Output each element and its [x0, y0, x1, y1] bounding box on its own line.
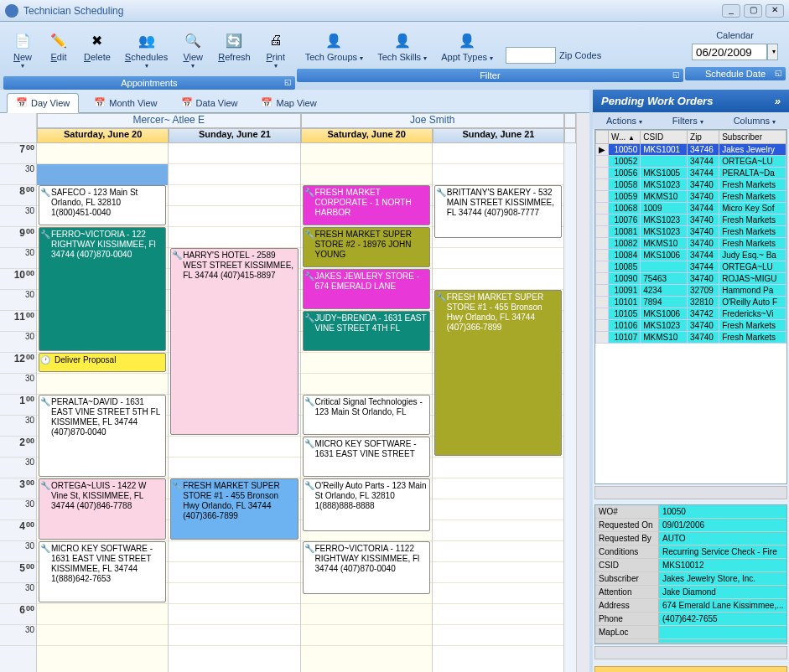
appointment[interactable]: 🔧FRESH MARKET SUPER STORE #2 - 18976 JOH… — [303, 227, 430, 267]
wrench-icon: 🔧 — [172, 481, 182, 491]
technician-header[interactable]: Joe Smith — [301, 113, 565, 128]
wo-row[interactable]: 10107MKMS1034740Fresh Markets — [596, 332, 786, 344]
pending-filters-button[interactable]: Filters — [672, 116, 703, 126]
close-button[interactable]: ✕ — [766, 4, 784, 18]
time-slot: 30 — [0, 206, 36, 227]
print-button[interactable]: 🖨Print▾ — [258, 28, 293, 71]
appointment[interactable]: 🔧MICRO KEY SOFTWARE - 1631 EAST VINE STR… — [303, 437, 430, 477]
wo-row[interactable]: 10101789432810O'Reilly Auto F — [596, 297, 786, 308]
vertical-scrollbar[interactable] — [576, 113, 589, 672]
view-button[interactable]: 🔍View▾ — [175, 28, 210, 71]
wo-detail-row: WO#10050 — [595, 505, 786, 519]
appointment[interactable]: 🔧FRESH MARKET CORPORATE - 1 NORTH HARBOR — [303, 185, 430, 225]
tab-month[interactable]: 📅Month View — [86, 93, 165, 112]
appointment[interactable]: 🔧Critical Signal Technologies - 123 Main… — [303, 395, 430, 435]
wrench-icon: 🔧 — [304, 313, 314, 323]
techskills-button[interactable]: 👤Tech Skills ▾ — [371, 28, 433, 64]
refresh-button[interactable]: 🔄Refresh — [211, 28, 257, 71]
wo-row[interactable]: 10091423432709Hammond Pa — [596, 285, 786, 297]
wo-row[interactable]: 10068100934744Micro Key Sof — [596, 203, 786, 215]
tab-day[interactable]: 📅Day View — [7, 93, 79, 113]
work-order-table[interactable]: W... ▲CSIDZipSubscriber▶10050MKS10013474… — [594, 129, 787, 484]
detail-hscroll[interactable] — [594, 646, 787, 659]
new-button[interactable]: 📄New▾ — [5, 28, 40, 71]
schedules-button[interactable]: 👥Schedules▾ — [118, 28, 174, 71]
time-slot: 30 — [0, 164, 36, 185]
maximize-button[interactable]: ▢ — [744, 4, 762, 18]
wo-row[interactable]: 1008534744ORTEGA~LU — [596, 261, 786, 273]
pending-footer[interactable]: Pending Work Orders — [594, 666, 787, 672]
wo-row[interactable]: 10059MKMS1034740Fresh Markets — [596, 191, 786, 203]
appointment[interactable]: 🔧FRESH MARKET SUPER STORE #1 - 455 Brons… — [434, 290, 562, 456]
work-order-detail: WO#10050Requested On09/01/2006Requested … — [594, 504, 787, 644]
grid-column[interactable]: 🔧FRESH MARKET CORPORATE - 1 NORTH HARBOR… — [301, 143, 433, 672]
wo-row[interactable]: 10082MKMS1034740Fresh Markets — [596, 238, 786, 250]
appointment[interactable]: 🔧O'Reilly Auto Parts - 123 Main St Orlan… — [303, 478, 430, 531]
print-icon: 🖨 — [266, 30, 286, 50]
time-slot: 30 — [0, 290, 36, 311]
tab-data[interactable]: 📅Data View — [173, 93, 247, 112]
wo-column-header[interactable]: CSID — [641, 131, 688, 144]
time-slot: 600 — [0, 604, 36, 625]
wrench-icon: 🔧 — [40, 481, 50, 491]
schedule-grid[interactable]: 🔧SAFECO - 123 Main St Orlando, FL 32810 … — [37, 143, 576, 672]
day-header[interactable]: Saturday, June 20 — [301, 128, 433, 143]
wo-row[interactable]: 10058MKS102334740Fresh Markets — [596, 179, 786, 191]
appointment[interactable]: 🔧SAFECO - 123 Main St Orlando, FL 32810 … — [39, 185, 166, 225]
data-tab-icon: 📅 — [181, 97, 193, 109]
appointment[interactable]: 🔧JUDY~BRENDA - 1631 EAST VINE STREET 4TH… — [303, 311, 430, 351]
wo-row[interactable]: 10105MKS100634742Fredericks~Vi — [596, 308, 786, 320]
appointment[interactable]: 🔧MICRO KEY SOFTWARE - 1631 EAST VINE STR… — [39, 541, 166, 602]
minimize-button[interactable]: _ — [722, 4, 740, 18]
zip-input[interactable] — [506, 47, 556, 64]
wo-detail-row: SubscriberJakes Jewelry Store, Inc. — [595, 572, 786, 586]
appointment[interactable]: 🔧FERRO~VICTORIA - 122 RIGHTWAY KISSIMMEE… — [39, 227, 166, 351]
grid-column[interactable]: 🔧SAFECO - 123 Main St Orlando, FL 32810 … — [37, 143, 169, 672]
wo-column-header[interactable]: Subscriber — [719, 131, 786, 144]
day-header[interactable]: Sunday, June 21 — [433, 128, 564, 143]
wrench-icon: 🔧 — [40, 230, 50, 240]
grid-column[interactable]: 🔧BRITTANY'S BAKERY - 532 MAIN STREET KIS… — [433, 143, 564, 672]
appointment[interactable]: 🔧FRESH MARKET SUPER STORE #1 - 455 Brons… — [170, 478, 298, 540]
appointment[interactable]: 🔧ORTEGA~LUIS - 1422 W Vine St, KISSIMMEE… — [39, 478, 166, 540]
table-hscroll[interactable] — [594, 486, 787, 499]
wrench-icon: 🔧 — [40, 544, 50, 554]
wo-column-header[interactable]: Zip — [688, 131, 719, 144]
appointment[interactable]: 🔧BRITTANY'S BAKERY - 532 MAIN STREET KIS… — [434, 185, 562, 238]
calendar-dropdown-icon[interactable] — [767, 44, 778, 60]
calendar-panel: 📅Day View📅Month View📅Data View📅Map View … — [0, 90, 593, 672]
appointment[interactable]: 🔧JAKES JEWLERY STORE - 674 EMERALD LANE — [303, 269, 430, 309]
appointment[interactable]: 🕐Deliver Proposal — [39, 353, 166, 372]
pending-columns-button[interactable]: Columns — [734, 116, 776, 126]
appointment[interactable]: 🔧HARRY'S HOTEL - 2589 WEST STREET KISSIM… — [170, 248, 298, 435]
wo-row[interactable]: 10084MKS100634744Judy Esq.~ Ba — [596, 250, 786, 261]
wo-row[interactable]: 100907546334740ROJAS~MIGU — [596, 273, 786, 285]
wo-detail-row: Requested ByAUTO — [595, 532, 786, 545]
wo-row[interactable]: ▶10050MKS100134746Jakes Jewelry — [596, 144, 786, 156]
day-header[interactable]: Saturday, June 20 — [37, 128, 169, 143]
edit-button[interactable]: ✏️Edit — [41, 28, 76, 71]
wo-row[interactable]: 10106MKS102334740Fresh Markets — [596, 320, 786, 332]
tab-map[interactable]: 📅Map View — [252, 93, 324, 112]
appttypes-button[interactable]: 👤Appt Types ▾ — [434, 28, 500, 64]
time-slot: 30 — [0, 583, 36, 604]
delete-button[interactable]: ✖Delete — [77, 28, 117, 71]
appointment[interactable]: 🔧FERRO~VICTORIA - 1122 RIGHTWAY KISSIMME… — [303, 541, 430, 594]
wo-row[interactable]: 10081MKS102334740Fresh Markets — [596, 226, 786, 238]
pending-actions-button[interactable]: Actions — [606, 116, 642, 126]
wo-row[interactable]: 10076MKS102334740Fresh Markets — [596, 215, 786, 226]
day-header[interactable]: Sunday, June 21 — [169, 128, 300, 143]
wo-column-header[interactable]: W... ▲ — [609, 131, 641, 144]
technician-header[interactable]: Mercer~ Atlee E — [37, 113, 301, 128]
appointment[interactable]: 🔧PERALTA~DAVID - 1631 EAST VINE STREET 5… — [39, 395, 166, 477]
time-slot: 1000 — [0, 269, 36, 290]
wo-row[interactable]: 10056MKS100534744PERALTA~Da — [596, 168, 786, 179]
techgroups-button[interactable]: 👤Tech Groups ▾ — [298, 28, 370, 64]
time-slot: 800 — [0, 185, 36, 206]
time-slot: 30 — [0, 374, 36, 395]
time-slot: 500 — [0, 562, 36, 583]
wo-row[interactable]: 1005234744ORTEGA~LU — [596, 156, 786, 168]
grid-column[interactable]: 🔧HARRY'S HOTEL - 2589 WEST STREET KISSIM… — [169, 143, 300, 672]
expand-icon[interactable]: » — [775, 95, 781, 107]
calendar-input[interactable] — [692, 44, 767, 60]
